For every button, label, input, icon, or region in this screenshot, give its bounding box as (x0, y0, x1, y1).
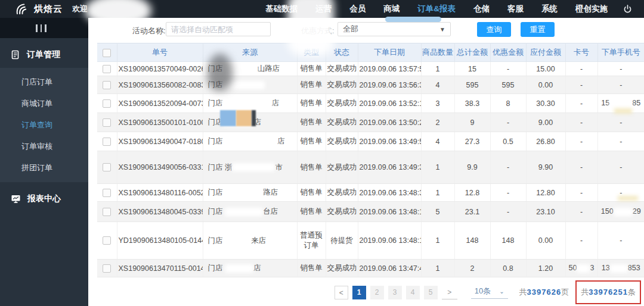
nav-item[interactable]: 系统 (541, 4, 558, 14)
redaction-blur (225, 264, 253, 273)
cell-type: 销售单 (297, 132, 326, 151)
reset-button[interactable]: 重置 (521, 22, 555, 37)
row-checkbox[interactable] (103, 81, 111, 89)
sidebar-item[interactable]: 订单审核 (0, 136, 88, 157)
top-nav: 基础数据运营会员商城订单&报表仓储客服系统橙创实施 (265, 4, 608, 14)
cell-total-amount: 15 (454, 62, 490, 76)
cell-date: 2019.09.06 13:49:39 (358, 151, 421, 184)
sidebar-item[interactable]: 订单查询 (0, 114, 88, 136)
page-button[interactable]: 3 (388, 286, 402, 299)
power-icon[interactable] (623, 5, 632, 14)
nav-item[interactable]: 基础数据 (265, 4, 298, 14)
cell-checkbox (97, 62, 117, 76)
nav-item[interactable]: 商城 (383, 4, 400, 14)
cell-type: 销售单 (297, 184, 326, 202)
cell-phone: - (597, 62, 644, 76)
row-checkbox[interactable] (103, 264, 111, 273)
column-header: 应付金额 (526, 43, 565, 62)
nav-item[interactable]: 客服 (507, 4, 524, 14)
cell-date: 2019.09.06 13:49:56 (358, 132, 421, 151)
activity-name-label: 活动名称: (132, 26, 166, 36)
cell-phone: 13853 (597, 260, 644, 277)
cell-source: 门店店 (203, 113, 297, 132)
redaction-blur (223, 118, 254, 127)
cell-discount-amount: - (490, 184, 526, 202)
cell-status: 交易成功 (326, 94, 358, 113)
cell-status: 交易成功 (326, 76, 358, 94)
table-row: XS19090613480116-0052门店 路店销售单交易成功2019.09… (97, 184, 644, 202)
row-checkbox[interactable] (103, 65, 111, 73)
cell-card-no: - (565, 94, 597, 113)
welcome-text: 欢迎 (72, 4, 88, 14)
redaction-blur (225, 236, 251, 245)
next-page-button[interactable]: > (442, 286, 457, 299)
row-checkbox[interactable] (103, 99, 111, 108)
cell-order-no: YD19090613480105-0144 (117, 222, 203, 260)
header-checkbox-cell (97, 43, 117, 62)
sidebar-item[interactable]: 拼团订单 (0, 157, 88, 179)
cell-date: 2019.09.06 13:48:14 (358, 222, 421, 260)
brand-logo-icon (16, 3, 29, 15)
cell-order-no: XS19090613480045-0339 (117, 202, 203, 222)
cell-card-no: - (565, 113, 597, 132)
cell-status: 交易成功 (326, 202, 358, 222)
table-row: XS19090613520094-0073门店店销售单交易成功2019.09.0… (97, 94, 644, 113)
cell-source: 门店 浙市 (203, 151, 297, 184)
select-all-checkbox[interactable] (103, 49, 111, 57)
page-button[interactable]: 1 (352, 286, 366, 299)
top-bar: 烘焙云 欢迎 基础数据运营会员商城订单&报表仓储客服系统橙创实施 (0, 0, 644, 18)
search-button[interactable]: 查询 (477, 22, 511, 37)
redaction-blur (223, 99, 272, 108)
row-checkbox[interactable] (103, 163, 111, 171)
nav-item[interactable]: 订单&报表 (417, 4, 456, 14)
sidebar-item[interactable]: 商城订单 (0, 93, 88, 114)
prev-page-button[interactable]: < (335, 286, 348, 299)
cell-discount-amount: 148 (490, 222, 526, 260)
column-header: 下单手机号 (597, 43, 644, 62)
cell-total-amount: 23.1 (454, 202, 490, 222)
column-header: 下单日期 (358, 43, 421, 62)
sidebar-section-report-center[interactable]: 报表中心 (0, 182, 88, 212)
table-body: XS19090613570049-0026门店山路店销售单交易成功2019.09… (97, 62, 644, 277)
cell-date: 2019.09.06 13:47:47 (358, 260, 421, 277)
page-button[interactable]: 2 (370, 286, 384, 299)
cell-quantity: 2 (421, 113, 454, 132)
cell-order-no: XS19090613560082-0083 (117, 76, 203, 94)
cell-source: 门店 台店 (203, 202, 297, 222)
row-checkbox[interactable] (103, 118, 111, 127)
cell-phone: - (597, 222, 644, 260)
discount-method-select[interactable]: 全部 ▼ (338, 22, 451, 36)
row-checkbox[interactable] (103, 236, 111, 245)
row-checkbox[interactable] (103, 138, 111, 146)
cell-type: 销售单 (297, 94, 326, 113)
orders-icon (11, 50, 20, 60)
cell-card-no: - (565, 202, 597, 222)
sidebar-collapse-icon[interactable] (0, 18, 88, 38)
table-row: XS19090613570049-0026门店山路店销售单交易成功2019.09… (97, 62, 644, 76)
row-checkbox[interactable] (103, 208, 111, 216)
page-button[interactable]: 4 (406, 286, 420, 299)
cell-total-amount: 9.9 (454, 151, 490, 184)
row-checkbox[interactable] (103, 189, 111, 197)
nav-item[interactable]: 仓储 (473, 4, 490, 14)
sidebar-section-order-management[interactable]: 订单管理 (0, 38, 88, 68)
cell-type: 销售单 (297, 260, 326, 277)
cell-total-amount: 27.3 (454, 132, 490, 151)
sidebar-item[interactable]: 门店订单 (0, 71, 88, 93)
nav-item[interactable]: 会员 (349, 4, 366, 14)
sidebar-section-label: 报表中心 (27, 193, 61, 204)
page-size-select[interactable]: 10条 ⌄ (471, 286, 508, 299)
activity-name-input[interactable] (166, 22, 271, 36)
nav-item[interactable]: 运营 (315, 4, 332, 14)
cell-order-no: XS19090613470115-0014 (117, 260, 203, 277)
cell-date: 2019.09.06 13:48:36 (358, 184, 421, 202)
table-header-row: 单号来源类型状态下单日期商品数量总计金额优惠金额应付金额卡号下单手机号 (97, 43, 644, 62)
cell-total-amount: 9 (454, 113, 490, 132)
page-button[interactable]: 5 (424, 286, 438, 299)
cell-quantity: 1 (421, 62, 454, 76)
table-row: XS19090613480045-0339门店 台店销售单交易成功2019.09… (97, 202, 644, 222)
discount-method-label: 优惠方式: (301, 26, 335, 36)
nav-item[interactable]: 橙创实施 (575, 4, 608, 14)
cell-discount-amount: 0.8 (490, 260, 526, 277)
table-row: XS19090613490047-0180门店 店销售单交易成功2019.09.… (97, 132, 644, 151)
